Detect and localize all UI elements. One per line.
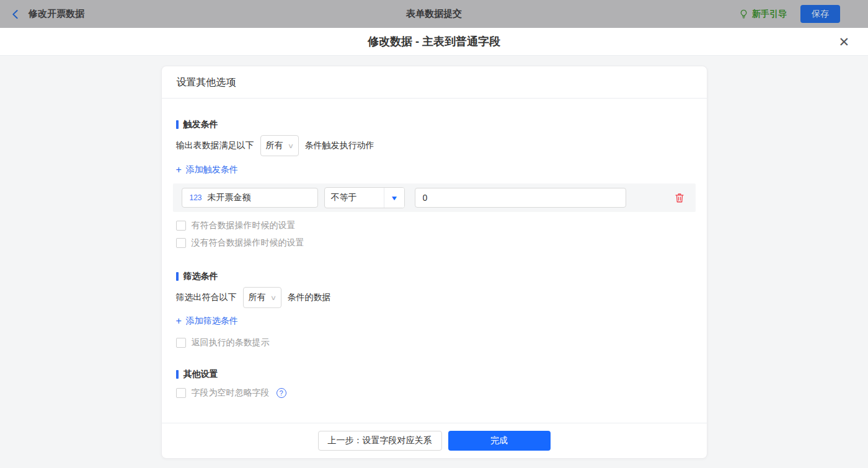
trigger-condition-row: 123 未开票金额 不等于 ▼: [173, 183, 696, 212]
filter-match-suffix: 条件的数据: [288, 292, 331, 303]
filter-section-title: 筛选条件: [176, 270, 696, 283]
has-match-checkbox[interactable]: [176, 221, 186, 231]
add-trigger-condition-link[interactable]: + 添加触发条件: [176, 164, 696, 176]
number-type-tag: 123: [190, 193, 202, 202]
trigger-match-row: 输出表数据满足以下 所有 ∨ 条件触发执行动作: [176, 135, 696, 157]
section-bar: [176, 272, 179, 281]
return-count-option: 返回执行的条数提示: [176, 337, 696, 348]
condition-operator-select[interactable]: 不等于 ▼: [324, 187, 405, 208]
delete-condition-button[interactable]: [674, 192, 685, 203]
help-question-icon[interactable]: ?: [277, 388, 286, 398]
trigger-match-prefix: 输出表数据满足以下: [176, 140, 254, 151]
plus-icon: +: [176, 165, 182, 175]
chevron-down-icon: ∨: [270, 294, 276, 302]
card-footer: 上一步：设置字段对应关系 完成: [162, 423, 707, 458]
no-match-checkbox[interactable]: [176, 238, 186, 248]
beginner-guide-label[interactable]: 新手引导: [752, 9, 787, 20]
topbar-actions: 新手引导 保存: [738, 5, 840, 23]
page-title: 表单数据提交: [0, 8, 868, 20]
other-section-title: 其他设置: [176, 368, 696, 381]
filter-match-prefix: 筛选出符合以下: [176, 292, 237, 303]
card-header: 设置其他选项: [162, 66, 707, 99]
operator-caret-button[interactable]: ▼: [384, 188, 404, 208]
condition-value-input[interactable]: [415, 188, 626, 208]
close-icon[interactable]: ✕: [838, 35, 849, 48]
condition-field-input[interactable]: 123 未开票金额: [182, 188, 318, 208]
topbar: 修改开票数据 表单数据提交 新手引导 保存: [0, 0, 868, 28]
return-count-checkbox[interactable]: [176, 338, 186, 348]
no-match-setting-option: 没有符合数据操作时候的设置: [176, 237, 696, 249]
beginner-guide-link[interactable]: 新手引导: [738, 9, 787, 20]
save-button[interactable]: 保存: [800, 5, 840, 23]
back-label[interactable]: 修改开票数据: [29, 8, 84, 20]
options-card: 设置其他选项 触发条件 输出表数据满足以下 所有 ∨ 条件触发执行动作 + 添加…: [161, 66, 707, 459]
dialog-body: 设置其他选项 触发条件 输出表数据满足以下 所有 ∨ 条件触发执行动作 + 添加…: [0, 56, 868, 468]
has-match-setting-option: 有符合数据操作时候的设置: [176, 220, 696, 231]
ignore-empty-checkbox[interactable]: [176, 388, 186, 398]
section-bar: [176, 120, 179, 129]
chevron-down-icon: ∨: [287, 142, 293, 150]
filter-match-row: 筛选出符合以下 所有 ∨ 条件的数据: [176, 286, 696, 309]
trigger-match-select[interactable]: 所有 ∨: [260, 135, 299, 156]
back-chevron-icon[interactable]: [10, 9, 21, 20]
ignore-empty-field-option: 字段为空时忽略字段 ?: [176, 387, 696, 399]
trigger-match-suffix: 条件触发执行动作: [305, 140, 374, 151]
card-content: 触发条件 输出表数据满足以下 所有 ∨ 条件触发执行动作 + 添加触发条件 12…: [162, 99, 707, 423]
back-nav[interactable]: 修改开票数据: [10, 8, 84, 20]
lightbulb-icon: [738, 9, 749, 19]
caret-down-filled-icon: ▼: [390, 195, 398, 201]
add-filter-condition-link[interactable]: + 添加筛选条件: [176, 315, 696, 327]
plus-icon: +: [176, 316, 182, 326]
trigger-section-title: 触发条件: [176, 118, 696, 131]
dialog-title: 修改数据 - 主表到普通字段: [368, 34, 500, 49]
filter-match-select[interactable]: 所有 ∨: [243, 287, 281, 308]
done-button[interactable]: 完成: [448, 431, 551, 451]
previous-step-button[interactable]: 上一步：设置字段对应关系: [318, 431, 442, 451]
section-bar: [176, 370, 179, 379]
dialog-header: 修改数据 - 主表到普通字段 ✕: [0, 28, 868, 56]
